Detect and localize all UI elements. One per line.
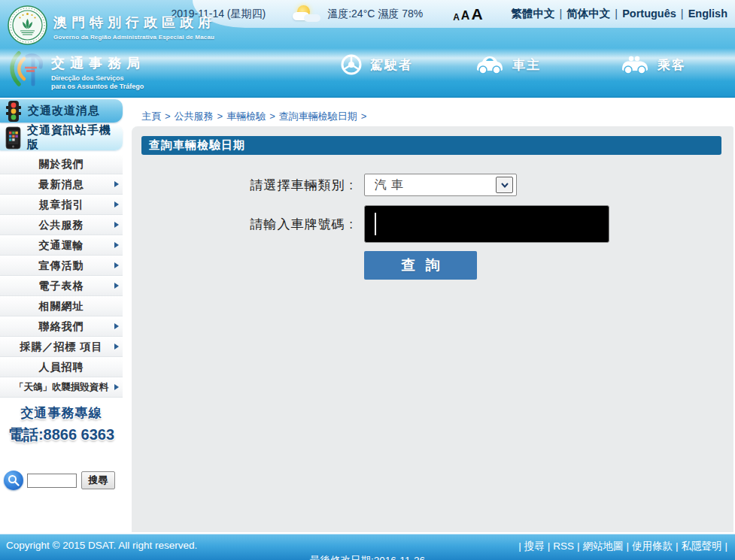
- traffic-light-icon: [5, 100, 23, 123]
- audience-nav: 駕駛者 車主: [0, 48, 735, 81]
- text-caret: [375, 213, 376, 235]
- site-footer: Copyright © 2015 DSAT. All right reserve…: [0, 534, 735, 560]
- submenu-arrow-icon: [114, 323, 119, 329]
- nav-driver[interactable]: 駕駛者: [340, 53, 413, 76]
- submenu-arrow-icon: [114, 283, 119, 289]
- passenger-car-icon: [620, 54, 650, 75]
- sidebar-item-recruitment[interactable]: 人員招聘: [0, 357, 123, 377]
- sidebar-item-procurement-tender[interactable]: 採購／招標 項目: [0, 337, 123, 357]
- sidebar-item-mobile-traffic-info[interactable]: 交通資訊站手機版: [0, 125, 123, 150]
- lang-separator: |: [560, 8, 563, 20]
- weather-widget: 溫度:24°C 濕度 78%: [293, 5, 423, 23]
- hotline-title: 交通事務專線: [0, 404, 123, 422]
- breadcrumb: 主頁>公共服務>車輛檢驗>查詢車輛檢驗日期>: [141, 110, 370, 123]
- footer-link-sitemap[interactable]: 網站地圖: [582, 540, 623, 552]
- lang-separator: |: [681, 8, 684, 20]
- sidebar-menu: 關於我們 最新消息 規章指引 公共服務 交通運輸 宣傳活動 電子表格 相關網址 …: [0, 154, 123, 398]
- footer-link-rss[interactable]: RSS: [553, 540, 574, 552]
- submenu-arrow-icon: [114, 222, 119, 228]
- sidebar-item-traffic-diversion-news[interactable]: 交通改道消息: [0, 99, 123, 123]
- lang-portuguese[interactable]: Português: [622, 8, 676, 20]
- lang-english[interactable]: English: [688, 8, 727, 20]
- breadcrumb-public-services[interactable]: 公共服務: [175, 110, 214, 122]
- vehicle-type-selected-value: 汽車: [375, 177, 408, 193]
- smartphone-icon: [5, 126, 22, 150]
- macau-government-logo[interactable]: 澳門特別行政區政府 Governo da Região Administrati…: [8, 5, 216, 45]
- font-size-medium-button[interactable]: A: [461, 10, 470, 22]
- gov-title-zh: 澳門特別行政區政府: [53, 14, 216, 32]
- language-switcher: 繁體中文|简体中文|Português|English: [512, 7, 727, 21]
- top-utility-bar: 2019-11-14 (星期四) 溫度:24°C 濕度 78% A A A 繁體…: [193, 0, 735, 28]
- steering-wheel-icon: [340, 53, 363, 76]
- sidebar-item-label: 交通改道消息: [28, 104, 100, 118]
- submenu-arrow-icon: [114, 384, 119, 390]
- sidebar-item-regulations-guidelines[interactable]: 規章指引: [0, 195, 123, 215]
- font-size-controls: A A A: [453, 6, 482, 22]
- breadcrumb-separator: >: [269, 110, 275, 122]
- lang-separator: |: [615, 8, 618, 20]
- sidebar-item-related-links[interactable]: 相關網址: [0, 296, 123, 316]
- inspection-query-form: 請選擇車輛類別 : 汽車 請輸入車牌號碼 :: [141, 174, 733, 280]
- footer-links: |搜尋|RSS|網站地圖|使用條款|私隱聲明|: [515, 540, 730, 553]
- hotline-phone: 電話:8866 6363: [0, 425, 123, 445]
- temperature-humidity: 溫度:24°C 濕度 78%: [327, 8, 423, 21]
- lang-traditional-chinese[interactable]: 繁體中文: [512, 8, 555, 20]
- gov-title-pt: Governo da Região Administrativa Especia…: [53, 34, 216, 41]
- submenu-arrow-icon: [114, 242, 119, 248]
- sidebar-item-promotional-activities[interactable]: 宣傳活動: [0, 256, 123, 276]
- search-button[interactable]: 搜尋: [81, 471, 115, 489]
- search-icon: [4, 471, 23, 490]
- sidebar-item-latest-news[interactable]: 最新消息: [0, 174, 123, 195]
- breadcrumb-separator: >: [361, 110, 367, 122]
- submenu-arrow-icon: [114, 201, 119, 207]
- breadcrumb-query-inspection-date[interactable]: 查詢車輛檢驗日期: [279, 110, 357, 122]
- footer-separator: |: [626, 540, 629, 552]
- submenu-arrow-icon: [114, 344, 119, 350]
- sidebar-item-about-us[interactable]: 關於我們: [0, 154, 123, 174]
- sidebar-search: 搜尋: [4, 471, 123, 490]
- query-submit-button[interactable]: 查詢: [364, 251, 477, 280]
- search-input[interactable]: [27, 474, 77, 488]
- font-size-small-button[interactable]: A: [453, 13, 460, 22]
- content-panel: 查詢車輛檢驗日期 請選擇車輛類別 : 汽車 請輸入車牌號碼 :: [132, 126, 733, 532]
- plate-number-input[interactable]: [364, 205, 609, 243]
- submenu-arrow-icon: [114, 262, 119, 268]
- footer-separator: |: [518, 540, 521, 552]
- page: 2019-11-14 (星期四) 溫度:24°C 濕度 78% A A A 繁體…: [0, 0, 735, 560]
- copyright-text: Copyright © 2015 DSAT. All right reserve…: [6, 540, 197, 551]
- vehicle-type-select[interactable]: 汽車: [364, 174, 517, 196]
- last-modified-date: 最後修改日期:2016-11-26: [310, 554, 425, 560]
- macau-emblem-icon: [8, 5, 47, 45]
- footer-separator: |: [577, 540, 580, 552]
- footer-link-terms[interactable]: 使用條款: [632, 540, 673, 552]
- plate-number-label: 請輸入車牌號碼 :: [141, 216, 364, 233]
- sun-cloud-icon: [293, 5, 321, 23]
- sidebar: 交通改道消息 交通資訊站手機版 關於我們 最新消息 規章: [0, 98, 123, 534]
- car-icon: [475, 54, 505, 75]
- nav-car-owner[interactable]: 車主: [475, 54, 541, 75]
- sidebar-item-contact-us[interactable]: 聯絡我們: [0, 316, 123, 337]
- footer-separator: |: [548, 540, 551, 552]
- hotline: 交通事務專線 電話:8866 6363: [0, 404, 123, 445]
- sidebar-item-typhoon-hato-damage-info[interactable]: 「天鴿」吹襲損毀資料: [0, 377, 123, 398]
- lang-simplified-chinese[interactable]: 简体中文: [566, 8, 610, 20]
- footer-separator: |: [724, 540, 727, 552]
- site-header: 2019-11-14 (星期四) 溫度:24°C 濕度 78% A A A 繁體…: [0, 0, 735, 98]
- breadcrumb-home[interactable]: 主頁: [141, 110, 161, 122]
- sidebar-item-public-services[interactable]: 公共服務: [0, 215, 123, 235]
- chevron-down-icon[interactable]: [496, 177, 513, 193]
- breadcrumb-separator: >: [217, 110, 223, 122]
- footer-separator: |: [676, 540, 679, 552]
- page-title: 查詢車輛檢驗日期: [141, 136, 721, 155]
- sidebar-item-electronic-forms[interactable]: 電子表格: [0, 276, 123, 296]
- nav-passenger[interactable]: 乘客: [620, 54, 686, 75]
- font-size-large-button[interactable]: A: [471, 6, 482, 22]
- breadcrumb-vehicle-inspection[interactable]: 車輛檢驗: [226, 110, 266, 122]
- footer-link-privacy[interactable]: 私隱聲明: [681, 540, 721, 552]
- footer-link-search[interactable]: 搜尋: [524, 540, 545, 552]
- breadcrumb-separator: >: [165, 110, 171, 122]
- sidebar-item-transportation[interactable]: 交通運輸: [0, 235, 123, 256]
- submenu-arrow-icon: [114, 181, 119, 187]
- sidebar-item-label: 交通資訊站手機版: [27, 123, 123, 152]
- vehicle-type-label: 請選擇車輛類別 :: [141, 177, 364, 194]
